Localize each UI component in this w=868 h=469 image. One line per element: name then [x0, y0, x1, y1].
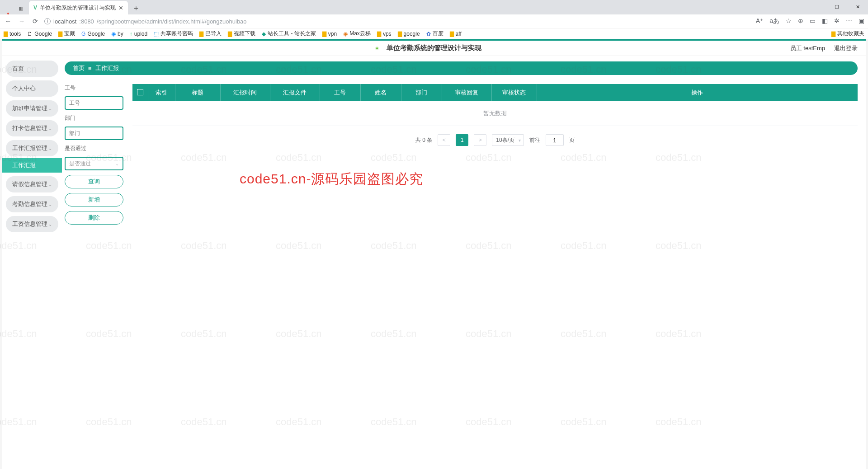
folder-icon: ▇ [398, 31, 402, 37]
site-icon: ◉ [343, 31, 348, 37]
bookmark-item[interactable]: GGoogle [81, 31, 105, 37]
site-icon: ◆ [262, 31, 266, 37]
bookmark-item[interactable]: ▇宝藏 [58, 30, 75, 38]
bookmark-item[interactable]: 🗋Google [27, 31, 52, 37]
page-icon: 🗋 [27, 31, 33, 37]
site-info-icon[interactable]: i [44, 18, 51, 24]
bookmark-item[interactable]: ◉Max云梯 [343, 30, 371, 38]
bookmark-item[interactable]: ▇google [398, 31, 420, 37]
other-bookmarks[interactable]: ▇其他收藏夹 [831, 30, 864, 38]
folder-icon: ▇ [58, 31, 62, 37]
folder-icon: ▇ [4, 31, 8, 37]
sidepanel-icon[interactable]: ▣ [859, 17, 864, 25]
extension-icon-2[interactable]: ◧ [822, 17, 828, 25]
window-maximize-button[interactable]: ☐ [826, 0, 847, 14]
browser-chrome: ─ ☐ ✕ ▥ V 单位考勤系统的管理设计与实现 ✕ ＋ ← → ⟳ i loc… [0, 0, 868, 39]
bookmark-item[interactable]: ▇tools [4, 31, 21, 37]
bookmarks-bar: ▇tools 🗋Google ▇宝藏 GGoogle ◉by ↑uplod ⬚共… [0, 28, 868, 39]
folder-icon: ▇ [228, 31, 232, 37]
extensions-puzzle-icon[interactable]: ✲ [834, 17, 840, 25]
profile-indicator [4, 13, 13, 14]
new-tab-button[interactable]: ＋ [130, 2, 142, 14]
url-host: localhost [53, 18, 76, 25]
vue-icon: V [33, 5, 37, 11]
bookmark-item[interactable]: ◉by [111, 31, 123, 37]
url-bar[interactable]: i localhost:8080/springbootmqwbe/admin/d… [44, 18, 751, 25]
bookmark-item[interactable]: ▇vps [377, 31, 392, 37]
more-icon[interactable]: ⋯ [846, 17, 852, 25]
url-port: :8080 [79, 18, 94, 25]
folder-icon: ▇ [377, 31, 381, 37]
bookmark-item[interactable]: ▇aff [450, 31, 462, 37]
window-controls: ─ ☐ ✕ [806, 0, 868, 14]
collections-icon[interactable]: ▭ [810, 17, 816, 25]
folder-icon: ▇ [831, 31, 835, 37]
tab-title: 单位考勤系统的管理设计与实现 [40, 4, 116, 12]
folder-icon: ▇ [450, 31, 454, 37]
bookmark-item[interactable]: ↑uplod [130, 31, 147, 37]
site-icon: ⬚ [154, 31, 159, 37]
bookmark-item[interactable]: ⬚共享账号密码 [154, 30, 193, 38]
url-path: /springbootmqwbe/admin/dist/index.html#/… [97, 18, 247, 25]
tab-list-icon[interactable]: ▥ [14, 2, 27, 14]
nav-back-icon[interactable]: ← [4, 18, 13, 25]
translate-icon[interactable]: aあ [769, 17, 779, 25]
site-icon: ◉ [111, 31, 116, 37]
read-aloud-icon[interactable]: A⁺ [756, 17, 763, 25]
bookmark-item[interactable]: ◆站长工具 - 站长之家 [262, 30, 316, 38]
favorite-icon[interactable]: ☆ [786, 17, 792, 25]
baidu-icon: ✿ [426, 31, 431, 37]
nav-refresh-icon[interactable]: ⟳ [31, 18, 40, 25]
browser-tab[interactable]: V 单位考勤系统的管理设计与实现 ✕ [29, 1, 128, 14]
folder-icon: ▇ [322, 31, 326, 37]
nav-forward-icon: → [17, 18, 26, 25]
window-minimize-button[interactable]: ─ [806, 0, 826, 14]
bookmark-item[interactable]: ✿百度 [426, 30, 443, 38]
bookmark-item[interactable]: ▇vpn [322, 31, 337, 37]
site-icon: ↑ [130, 31, 132, 37]
address-bar-row: ← → ⟳ i localhost:8080/springbootmqwbe/a… [0, 14, 868, 28]
window-close-button[interactable]: ✕ [847, 0, 868, 14]
tab-close-icon[interactable]: ✕ [118, 5, 123, 11]
bookmark-item[interactable]: ▇视频下载 [228, 30, 255, 38]
google-icon: G [81, 31, 85, 37]
extension-icon-1[interactable]: ⊕ [798, 17, 803, 25]
bookmark-item[interactable]: ▇已导入 [199, 30, 222, 38]
address-actions: A⁺ aあ ☆ ⊕ ▭ ◧ ✲ ⋯ ▣ [756, 17, 864, 25]
folder-icon: ▇ [199, 31, 203, 37]
